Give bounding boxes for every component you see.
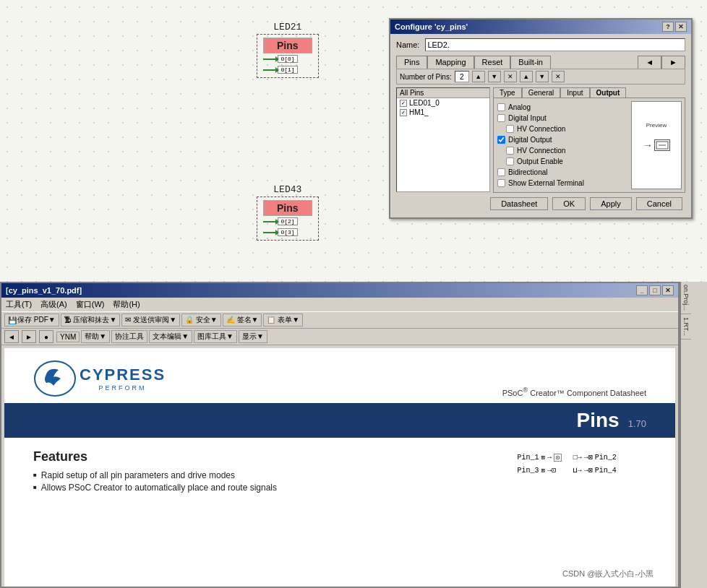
- pin-config-panel: Type General Input Output Analog: [493, 87, 685, 193]
- led21-pin2: 0[1]: [263, 66, 312, 74]
- browser-menubar: 工具(T) 高级(A) 窗口(W) 帮助(H): [1, 298, 678, 311]
- datasheet-button[interactable]: Datasheet: [490, 197, 548, 210]
- feature-text-1: Rapid setup of all pin parameters and dr…: [41, 470, 235, 480]
- num-pins-input[interactable]: [455, 71, 469, 82]
- send-review-button[interactable]: ✉ 发送供审阅▼: [121, 314, 180, 327]
- toolbar-btn1[interactable]: ✕: [504, 71, 517, 82]
- annot-tools-button[interactable]: 协注工具: [111, 330, 147, 343]
- save-pdf-icon: 💾: [8, 316, 17, 324]
- form-button[interactable]: 📋 表单▼: [263, 314, 303, 327]
- logo-text: CYPRESS PERFORM: [80, 366, 166, 392]
- logo-cypress-text: CYPRESS: [80, 366, 166, 384]
- menu-advanced[interactable]: 高级(A): [40, 299, 67, 310]
- compress-button[interactable]: 🗜 压缩和抹去▼: [61, 314, 121, 327]
- ok-button[interactable]: OK: [552, 197, 586, 210]
- led21-header: Pins: [263, 38, 312, 53]
- cancel-button[interactable]: Cancel: [636, 197, 682, 210]
- browser-restore-button[interactable]: □: [649, 285, 661, 295]
- back-button[interactable]: ◄: [4, 330, 19, 343]
- toolbar-btn2[interactable]: ▲: [520, 71, 533, 82]
- gallery-tools-button[interactable]: 图库工具▼: [194, 330, 237, 343]
- display-button[interactable]: 显示▼: [239, 330, 267, 343]
- ynm-button[interactable]: YNM: [56, 332, 80, 342]
- right-panel-body: Analog Digital Input HV Connection: [493, 98, 685, 193]
- pdf-title-banner: Pins 1.70: [4, 403, 675, 438]
- pin1-label: 0[0]: [278, 55, 298, 63]
- pins-up-button[interactable]: ▲: [472, 71, 485, 82]
- tab-nav-right[interactable]: ►: [661, 56, 685, 69]
- pin-item-icon: ✓: [400, 109, 407, 116]
- right-tab-output[interactable]: Output: [590, 87, 627, 98]
- dialog-close-button[interactable]: ✕: [675, 22, 687, 32]
- pin-item-0[interactable]: ✓ LED01_0: [397, 98, 489, 108]
- menu-tools[interactable]: 工具(T): [6, 299, 32, 310]
- cypress-logo: CYPRESS PERFORM: [33, 360, 166, 397]
- schematic-canvas: LED21 Pins 0[0] 0[1] LED43 Pins 0[2] 0[3…: [0, 0, 707, 282]
- text-edit-button[interactable]: 文本编辑▼: [149, 330, 192, 343]
- pin3-arrow: →⊡: [547, 466, 556, 475]
- pin-arrow-icon: [263, 69, 276, 71]
- browser-minimize-button[interactable]: _: [636, 285, 648, 295]
- tab-reset[interactable]: Reset: [474, 56, 511, 69]
- bidirectional-checkbox[interactable]: [497, 168, 505, 176]
- home-button[interactable]: ●: [39, 330, 53, 343]
- dialog-panels: All Pins ✓ LED01_0 ✓ HM1_ Type General: [396, 87, 685, 193]
- led21-box: Pins 0[0] 0[1]: [257, 34, 319, 78]
- menu-help[interactable]: 帮助(H): [113, 299, 140, 310]
- apply-button[interactable]: Apply: [590, 197, 632, 210]
- digital-input-checkbox[interactable]: [497, 114, 505, 122]
- pins-down-button[interactable]: ▼: [488, 71, 501, 82]
- security-button[interactable]: 🔒 安全▼: [181, 314, 221, 327]
- pdf-header: CYPRESS PERFORM PSoC® Creator™ Component…: [4, 348, 675, 403]
- browser-toolbar1: 💾 保存 PDF▼ 🗜 压缩和抹去▼ ✉ 发送供审阅▼ 🔒 安全▼ ✍ 签名▼ …: [1, 311, 678, 329]
- analog-checkbox[interactable]: [497, 103, 505, 111]
- pin4-arrow2: →⊠: [584, 466, 593, 475]
- preview-component: [654, 139, 670, 151]
- right-panel-strip: on.Proj... 1.RT...: [680, 282, 707, 588]
- checkboxes-column: Analog Digital Input HV Connection: [497, 101, 625, 189]
- tab-mapping[interactable]: Mapping: [427, 56, 474, 69]
- pin3-label: 0[2]: [278, 217, 298, 225]
- pin-item-1[interactable]: ✓ HM1_: [397, 108, 489, 117]
- menu-window[interactable]: 窗口(W): [76, 299, 105, 310]
- pin2-arrow1: □→: [573, 454, 582, 462]
- pin-list-header: All Pins: [397, 88, 489, 98]
- output-enable-checkbox[interactable]: [506, 157, 514, 165]
- forward-button[interactable]: ►: [22, 330, 36, 343]
- sign-button[interactable]: ✍ 签名▼: [223, 314, 262, 327]
- pin2-diagram: □→ →⊠ Pin_2: [573, 453, 617, 462]
- browser-close-button[interactable]: ✕: [662, 285, 674, 295]
- pin4-diagram: ⊔→ →⊠ Pin_4: [573, 466, 617, 475]
- help2-button[interactable]: 帮助▼: [81, 330, 110, 343]
- cb-digital-output: Digital Output: [497, 135, 625, 144]
- dialog-toolbar: Number of Pins: ▲ ▼ ✕ ▲ ▼ ✕: [396, 69, 685, 85]
- led21-component: LED21 Pins 0[0] 0[1]: [257, 22, 319, 78]
- tab-nav-left[interactable]: ◄: [638, 56, 661, 69]
- pin2-arrow2: →⊠: [584, 453, 593, 462]
- hv-connection-out-checkbox[interactable]: [506, 147, 514, 155]
- right-tab-general[interactable]: General: [522, 87, 561, 98]
- toolbar-btn4[interactable]: ✕: [552, 71, 565, 82]
- led43-pin2: 0[3]: [263, 228, 312, 236]
- pin1-sym: ⊠: [541, 454, 544, 462]
- toolbar-group-1: 💾 保存 PDF▼ 🗜 压缩和抹去▼ ✉ 发送供审阅▼ 🔒 安全▼ ✍ 签名▼ …: [4, 314, 303, 327]
- tab-builtin[interactable]: Built-in: [510, 56, 551, 69]
- save-pdf-button[interactable]: 💾 保存 PDF▼: [4, 314, 59, 327]
- toolbar-btn3[interactable]: ▼: [536, 71, 549, 82]
- dialog-help-button[interactable]: ?: [662, 22, 674, 32]
- banner-version: 1.70: [628, 418, 646, 429]
- hv-connection-in-checkbox[interactable]: [506, 125, 514, 133]
- show-external-checkbox[interactable]: [497, 179, 505, 187]
- pdf-subtitle: PSoC® Creator™ Component Datasheet: [502, 386, 646, 397]
- right-tab-type[interactable]: Type: [493, 87, 522, 98]
- pin-list-panel: All Pins ✓ LED01_0 ✓ HM1_: [396, 87, 490, 192]
- digital-output-checkbox[interactable]: [497, 136, 505, 144]
- num-pins-label: Number of Pins:: [400, 73, 452, 81]
- watermark-text: CSDN @嵌入式小白-小黑: [562, 568, 654, 579]
- preview-box: Preview →: [631, 101, 682, 189]
- right-tab-input[interactable]: Input: [560, 87, 589, 98]
- tab-pins[interactable]: Pins: [396, 56, 427, 69]
- pdf-subtitle-text: PSoC® Creator™ Component Datasheet: [502, 389, 646, 397]
- configure-dialog: Configure 'cy_pins' ? ✕ Name: Pins Mappi…: [389, 18, 693, 219]
- name-input[interactable]: [425, 38, 685, 51]
